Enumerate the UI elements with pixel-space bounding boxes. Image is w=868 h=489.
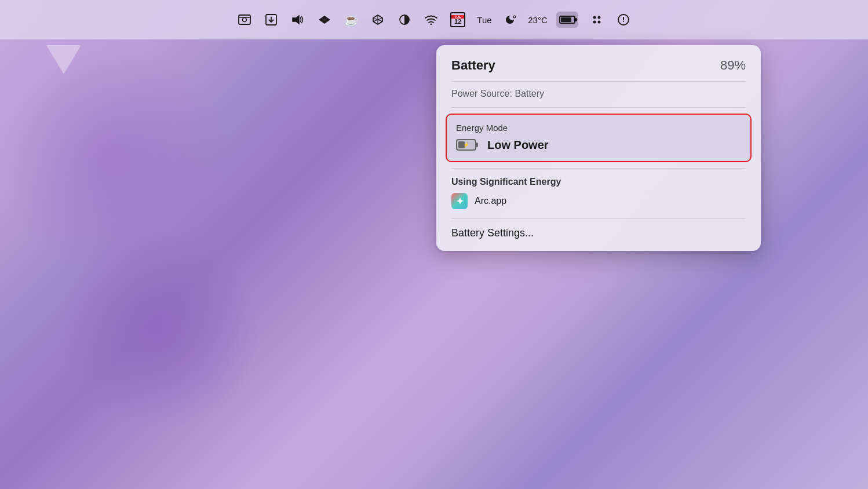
power-source-text: Power Source: Battery [451,89,544,98]
moon-icon[interactable] [503,12,519,28]
desktop-decoration [46,45,81,74]
svg-point-14 [431,24,432,25]
temperature-label[interactable]: 23°C [530,12,546,28]
battery-body [559,16,575,24]
svg-point-16 [593,16,596,19]
panel-header: Battery 89% [436,45,761,81]
svg-point-1 [243,18,247,22]
svg-point-15 [513,16,516,18]
arc-app-icon [451,193,468,209]
app-name: Arc.app [475,196,506,206]
control-center-icon[interactable] [589,12,605,28]
power-source-row: Power Source: Battery [436,82,761,107]
energy-mode-label: Energy Mode [456,123,741,133]
svg-marker-5 [293,16,299,24]
svg-point-17 [598,16,601,19]
desktop: ☕ [0,0,868,489]
battery-fill [561,17,571,22]
battery-menubar-icon[interactable] [556,12,578,28]
svg-point-19 [598,21,601,24]
tailscale-icon[interactable] [370,12,386,28]
svg-rect-0 [239,15,250,24]
battery-settings-row: Battery Settings... [436,219,761,251]
day-label[interactable]: Tue [476,12,493,28]
significant-energy-section: Using Significant Energy Arc.app [436,169,761,218]
notification-center-icon[interactable] [615,12,632,28]
battery-percentage: 89% [720,58,746,73]
battery-panel: Battery 89% Power Source: Battery Energy… [436,45,761,251]
svg-point-18 [593,21,596,24]
dropbox-icon[interactable] [316,12,333,28]
energy-mode-section[interactable]: Energy Mode ⚡ Low Power [446,114,752,162]
theine-icon[interactable]: ☕ [343,12,359,28]
menubar: ☕ [0,0,868,39]
app-row: Arc.app [451,193,746,214]
significant-energy-label: Using Significant Energy [451,177,746,187]
volume-icon[interactable] [290,12,306,28]
energy-mode-value: Low Power [487,138,549,152]
divider-2 [451,107,746,108]
calendar-icon[interactable]: TUE 12 [450,12,466,28]
panel-title: Battery [451,58,495,73]
svg-point-22 [623,21,624,22]
low-power-battery-icon: ⚡ [456,139,479,152]
menubar-icons: ☕ [236,12,632,28]
energy-mode-row: ⚡ Low Power [456,138,741,152]
screen-capture-icon[interactable] [236,12,253,28]
downloads-icon[interactable] [263,12,279,28]
onebar-icon[interactable] [396,12,413,28]
wifi-icon[interactable] [423,12,439,28]
battery-settings-button[interactable]: Battery Settings... [451,227,534,239]
